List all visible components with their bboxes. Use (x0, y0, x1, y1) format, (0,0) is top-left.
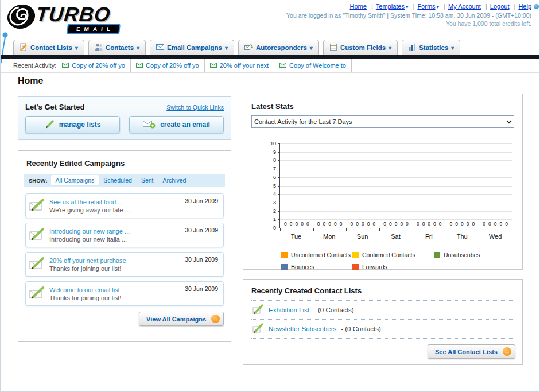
tab-statistics[interactable]: Statistics (402, 40, 460, 55)
chart-y-label: 5 (273, 183, 276, 189)
see-all-contact-lists-button[interactable]: See All Contact Lists (428, 344, 515, 359)
chart-x-tick (512, 228, 512, 231)
legend-label: Forwards (362, 263, 387, 270)
legend-item-unsubscribes: Unsubscribes (434, 251, 514, 258)
chart-value: 0 (455, 221, 458, 227)
latest-stats-title: Latest Stats (251, 102, 294, 111)
activity-item-label: Copy of 20% off yo (146, 59, 199, 72)
chart-y-tick (278, 219, 280, 220)
campaign-title-link[interactable]: Introducing our new range ... (49, 228, 130, 235)
campaign-subtitle: Thanks for joining our list! (49, 265, 126, 272)
create-email-button[interactable]: create an email (129, 116, 224, 133)
link-logout[interactable]: Logout (490, 3, 510, 10)
tab-contact-lists[interactable]: Contact Lists (13, 40, 84, 55)
chart-gridline (280, 152, 512, 153)
main-nav: Contact Lists Contacts Email Campaigns A… (1, 38, 539, 55)
campaign-subtitle: Introducing our new Italia ... (49, 236, 130, 243)
campaign-subtitle: Thanks for joining our list! (49, 294, 121, 301)
filter-archived[interactable]: Archived (158, 175, 191, 185)
legend-swatch-icon (352, 264, 359, 270)
campaign-row[interactable]: 20% off your next purchase Thanks for jo… (25, 252, 224, 277)
activity-item-label: Copy of Welcome to (289, 59, 346, 72)
contact-list-count: - (0 Contacts) (314, 306, 354, 313)
edit-envelope-icon (29, 227, 45, 243)
tab-contacts[interactable]: Contacts (88, 40, 146, 55)
switch-quick-links-link[interactable]: Switch to Quick Links (166, 104, 224, 111)
chart-value: 0 (350, 221, 353, 227)
recent-activity-item[interactable]: 20% off your next (210, 59, 274, 72)
campaign-row[interactable]: See us at the retail food ... We're givi… (25, 193, 224, 218)
chart-y-tick (278, 160, 280, 161)
chart-x-label: Fri (412, 233, 445, 240)
chart-y-label: 8 (273, 157, 276, 163)
contact-list-row[interactable]: Exhibition List - (0 Contacts) (251, 301, 514, 320)
email-icon (210, 59, 217, 72)
filter-all-campaigns[interactable]: All Campaigns (51, 175, 99, 185)
chart-y-tick (278, 186, 280, 187)
campaign-row[interactable]: Introducing our new range ... Introducin… (25, 223, 224, 247)
tab-autoresponders[interactable]: Autoresponders (238, 40, 319, 55)
campaign-title-link[interactable]: Welcome to our email list (49, 286, 121, 293)
contact-list-name-link[interactable]: Newsletter Subscribers (269, 325, 336, 332)
chart-value: 0 (328, 221, 331, 227)
chart-value: 0 (334, 221, 337, 227)
view-all-campaigns-button[interactable]: View All Campaigns (139, 312, 224, 326)
chart-value: 0 (340, 221, 343, 227)
campaign-title-link[interactable]: See us at the retail food ... (49, 199, 130, 205)
filter-scheduled[interactable]: Scheduled (99, 175, 137, 185)
campaign-title-link[interactable]: 20% off your next purchase (49, 257, 126, 264)
contact-list-name-link[interactable]: Exhibition List (269, 306, 309, 313)
recent-activity-bar: Recent Activity: Copy of 20% off yo Copy… (1, 59, 539, 73)
chevron-down-icon (75, 44, 78, 51)
activity-item-label: Copy of 20% off yo (72, 59, 125, 72)
legend-swatch-icon (352, 252, 359, 258)
campaign-list: See us at the retail food ... We're givi… (18, 193, 231, 306)
chevron-down-icon (225, 44, 228, 51)
link-help[interactable]: Help (518, 3, 531, 10)
manage-lists-button[interactable]: manage lists (25, 116, 120, 133)
chart-value: 0 (295, 221, 298, 227)
campaign-date: 30 Jun 2009 (185, 285, 218, 292)
chart-y-label: 3 (273, 200, 276, 205)
filter-sent[interactable]: Sent (137, 175, 158, 185)
legend-label: Confirmed Contacts (362, 251, 415, 258)
chart-value: 0 (433, 221, 436, 227)
chart-y-label: 10 (270, 141, 276, 146)
legend-item-forwards: Forwards (352, 263, 434, 270)
chart-value: 0 (323, 221, 325, 227)
contact-lists-title: Recently Created Contact Lists (251, 286, 514, 301)
contact-list-row[interactable]: Newsletter Subscribers - (0 Contacts) (251, 320, 514, 339)
chart-y-label: 2 (273, 208, 276, 214)
chart-y-label: 7 (273, 166, 276, 172)
stats-range-select[interactable]: Contact Activity for the Last 7 Days (251, 115, 514, 128)
tab-label: Custom Fields (340, 44, 386, 51)
chart-y-tick (278, 169, 280, 169)
link-forms[interactable]: Forms (417, 3, 439, 10)
recent-activity-item[interactable]: Copy of Welcome to (279, 59, 352, 72)
tab-email-campaigns[interactable]: Email Campaigns (150, 40, 234, 55)
tab-custom-fields[interactable]: Custom Fields (323, 40, 398, 55)
chart-x-tick (446, 228, 446, 231)
recent-activity-item[interactable]: Copy of 20% off yo (62, 59, 131, 72)
link-home[interactable]: Home (350, 3, 367, 10)
arrow-right-icon (211, 315, 220, 323)
show-label: SHOW: (29, 177, 48, 184)
chart-value: 0 (488, 221, 491, 227)
legend-swatch-icon (281, 264, 288, 270)
recent-contact-lists-panel: Recently Created Contact Lists Exhibitio… (243, 279, 523, 365)
chart-value: 0 (472, 221, 475, 227)
arrow-right-icon (503, 347, 511, 356)
chart-value: 0 (439, 221, 442, 227)
recent-activity-item[interactable]: Copy of 20% off yo (136, 59, 205, 72)
chart-gridline (280, 143, 512, 144)
chart-legend: Unconfirmed ContactsConfirmed ContactsUn… (281, 251, 514, 270)
campaign-row[interactable]: Welcome to our email list Thanks for joi… (25, 281, 224, 306)
link-templates[interactable]: Templates (376, 3, 409, 10)
campaign-filter-bar: SHOW: All Campaigns Scheduled Sent Archi… (24, 174, 225, 187)
chart-value: 0 (500, 221, 503, 227)
credits-info: You have 1,000 total credits left. (286, 20, 531, 27)
header-right: Home Templates Forms My Account Logout H… (286, 3, 531, 27)
app-logo: TURBO EMAIL (6, 2, 167, 35)
link-my-account[interactable]: My Account (448, 3, 481, 10)
recent-activity-label: Recent Activity: (13, 59, 56, 72)
